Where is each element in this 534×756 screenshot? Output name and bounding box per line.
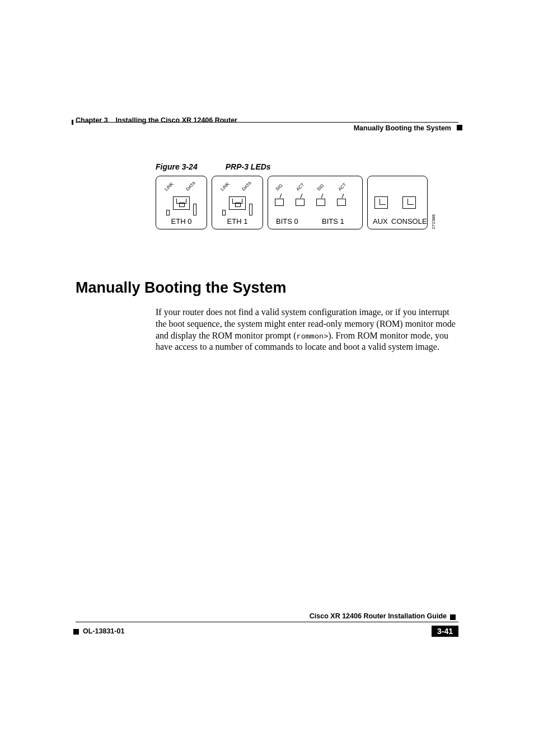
- eth0-label: ETH 0: [156, 217, 207, 226]
- bits0-led-act: ACT: [296, 182, 306, 192]
- section-heading: Manually Booting the System: [76, 279, 287, 297]
- eth1-led-data: DATA: [241, 180, 253, 192]
- eth1-led-labels: LINK DATA: [212, 180, 263, 196]
- footer-doc-number: OL-13831-01: [83, 627, 124, 635]
- header-marker-left: [72, 120, 73, 125]
- header-rule: [76, 122, 458, 123]
- eth1-socket-icon: [229, 196, 246, 210]
- chapter-title: Installing the Cisco XR 12406 Router: [116, 116, 237, 124]
- figure-caption: Figure 3-24PRP-3 LEDs: [156, 162, 271, 171]
- figure-title: PRP-3 LEDs: [226, 162, 271, 171]
- bits0-sig-led-icon: [275, 199, 284, 206]
- port-group-bits: SIG ACT SIG ACT BITS 0 BITS 1: [268, 176, 363, 229]
- bits1-led-sig: SIG: [316, 183, 325, 192]
- footer-rule: [76, 622, 458, 622]
- footer-marker-left: [73, 629, 79, 635]
- eth0-socket-icon: [173, 196, 190, 210]
- footer-marker-right: [450, 614, 456, 620]
- bits0-led-sig: SIG: [275, 183, 284, 192]
- bits1-act-led-icon: [337, 199, 346, 206]
- footer-guide-title: Cisco XR 12406 Router Installation Guide: [310, 612, 447, 620]
- figure-number: Figure 3-24: [156, 162, 198, 171]
- port-group-aux-console: AUX CONSOLE: [367, 176, 428, 229]
- page-header: Chapter 3 Installing the Cisco XR 12406 …: [76, 115, 458, 125]
- port-group-eth1: LINK DATA ETH 1: [212, 176, 263, 229]
- eth0-led-labels: LINK DATA: [156, 180, 207, 196]
- console-port-icon: [402, 196, 416, 209]
- header-section-title: Manually Booting the System: [354, 124, 451, 132]
- bits1-sig-led-icon: [316, 199, 325, 206]
- bits-led-labels: SIG ACT SIG ACT: [268, 180, 362, 196]
- figure-diagram: LINK DATA ETH 0 LINK DATA ETH 1 SIG ACT …: [156, 173, 433, 229]
- eth0-link-jack-icon: [166, 210, 170, 215]
- header-marker-right: [457, 125, 462, 130]
- page-number-badge: 3-41: [432, 626, 458, 637]
- eth0-led-link: LINK: [164, 181, 175, 192]
- eth0-led-data: DATA: [185, 180, 197, 192]
- aux-port-icon: [374, 196, 388, 209]
- aux-label: AUX: [373, 217, 388, 226]
- bits0-act-led-icon: [296, 199, 305, 206]
- chapter-line: Chapter 3 Installing the Cisco XR 12406 …: [76, 116, 237, 124]
- eth1-data-jack-icon: [249, 204, 252, 215]
- console-label: CONSOLE: [391, 217, 427, 226]
- figure-image-id: 272388: [431, 214, 436, 229]
- bits0-label: BITS 0: [276, 217, 298, 226]
- port-group-eth0: LINK DATA ETH 0: [156, 176, 207, 229]
- body-paragraph: If your router does not find a valid sys…: [156, 307, 458, 353]
- bits1-label: BITS 1: [322, 217, 344, 226]
- rommon-prompt: rommon>: [297, 332, 329, 341]
- bits1-led-act: ACT: [338, 182, 348, 192]
- chapter-number: Chapter 3: [76, 116, 108, 124]
- eth0-data-jack-icon: [193, 204, 196, 215]
- eth1-label: ETH 1: [212, 217, 263, 226]
- eth1-led-link: LINK: [220, 181, 231, 192]
- eth1-link-jack-icon: [222, 210, 226, 215]
